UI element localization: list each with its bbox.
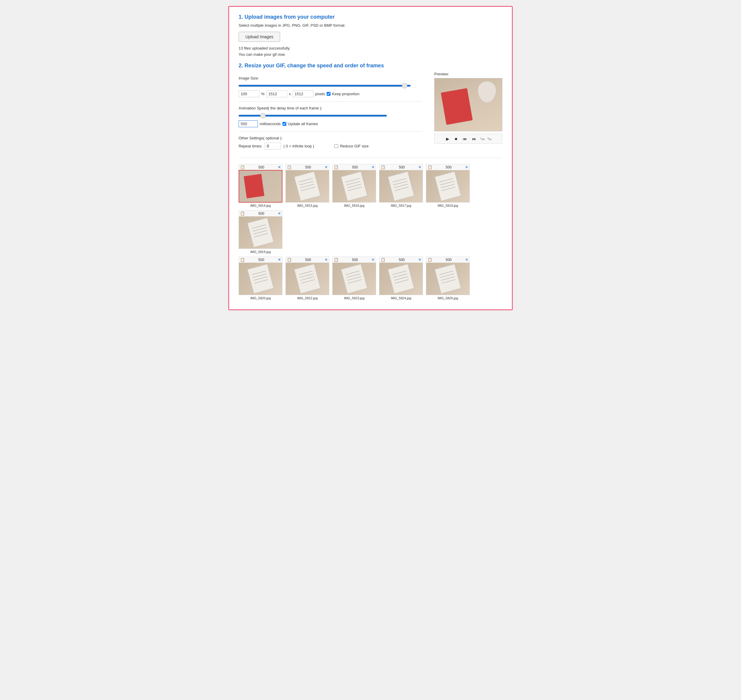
upload-status-line2: You can make your gif now.	[239, 52, 502, 57]
speed-ms-input[interactable]	[239, 121, 258, 127]
section1-subtitle: Select multiple images in JPG, PNG, GIF,…	[239, 23, 502, 28]
thumb-header-5: 📋 500 ✕	[239, 210, 282, 216]
thumb-delete-icon-10[interactable]: ✕	[465, 257, 468, 262]
percent-label: %	[261, 92, 265, 96]
thumb-img-sim-8	[333, 263, 376, 295]
thumb-delay-0: 500	[258, 165, 264, 169]
thumb-copy-icon-3[interactable]: 📋	[381, 165, 385, 169]
size-percent-input[interactable]	[239, 90, 259, 97]
thumb-delete-icon-5[interactable]: ✕	[278, 211, 281, 216]
upload-images-button[interactable]: Upload Images	[239, 32, 280, 42]
thumb-image-0[interactable]	[239, 170, 282, 203]
thumb-image-3[interactable]	[379, 170, 423, 203]
main-container: 1. Upload images from your computer Sele…	[228, 6, 513, 310]
thumb-item-6: 📋 500 ✕ IMG_5820.jpg	[239, 257, 282, 300]
animation-speed-label: Animation Speed( the delay time of each …	[239, 106, 423, 110]
thumb-item-3: 📋 500 ✕ IMG_5817.jpg	[379, 164, 423, 207]
reduce-gif-checkbox[interactable]	[335, 144, 338, 148]
upload-status-line1: 13 files uploaded successfully.	[239, 46, 502, 50]
speed-slider[interactable]	[239, 115, 387, 116]
thumb-delay-7: 500	[305, 258, 311, 262]
stop-button[interactable]: ■	[453, 136, 458, 142]
thumb-copy-icon-7[interactable]: 📋	[287, 257, 292, 262]
thumb-copy-icon-9[interactable]: 📋	[381, 257, 385, 262]
thumb-copy-icon-6[interactable]: 📋	[240, 257, 245, 262]
thumb-img-sim-7	[286, 263, 329, 295]
thumb-copy-icon-8[interactable]: 📋	[334, 257, 339, 262]
thumb-delay-9: 500	[399, 258, 405, 262]
thumb-image-6[interactable]	[239, 263, 282, 295]
preview-image-sim	[434, 78, 502, 131]
repeat-label-text: Repeat times:	[239, 144, 262, 148]
update-all-frames-text: Update all frames	[288, 122, 318, 126]
preview-image-box	[434, 78, 502, 131]
thumb-delete-icon-9[interactable]: ✕	[418, 257, 421, 262]
other-settings-label: Other Settings( optional ):	[239, 136, 423, 140]
thumb-image-10[interactable]	[426, 263, 470, 295]
thumb-image-5[interactable]	[239, 216, 282, 249]
thumb-image-1[interactable]	[285, 170, 329, 203]
thumb-copy-icon-2[interactable]: 📋	[334, 165, 339, 169]
thumb-img-sim-10	[426, 263, 470, 295]
thumb-img-sim-3	[379, 170, 423, 202]
thumbnails-grid-row1: 📋 500 ✕ IMG_5814.jpg 📋 500 ✕	[239, 164, 502, 254]
update-all-frames-checkbox[interactable]	[282, 122, 286, 126]
thumb-label-8: IMG_5823.jpg	[332, 296, 376, 300]
thumb-copy-icon-10[interactable]: 📋	[427, 257, 432, 262]
thumb-delete-icon-3[interactable]: ✕	[418, 165, 421, 169]
thumb-image-7[interactable]	[285, 263, 329, 295]
thumb-copy-icon-0[interactable]: 📋	[240, 165, 245, 169]
thumb-delay-3: 500	[399, 165, 405, 169]
thumb-image-2[interactable]	[332, 170, 376, 203]
thumb-delete-icon-1[interactable]: ✕	[324, 165, 328, 169]
size-height-input[interactable]	[292, 90, 313, 97]
thumb-copy-icon-4[interactable]: 📋	[427, 165, 432, 169]
x-label: x	[289, 92, 291, 96]
thumb-delete-icon-0[interactable]: ✕	[278, 165, 281, 169]
thumb-delete-icon-8[interactable]: ✕	[371, 257, 375, 262]
keep-proportion-label[interactable]: Keep proportion	[327, 92, 359, 96]
keep-proportion-checkbox[interactable]	[327, 92, 330, 96]
play-button[interactable]: ▶	[445, 136, 450, 142]
thumb-header-2: 📋 500 ✕	[332, 164, 376, 170]
thumb-label-10: IMG_5826.jpg	[426, 296, 470, 300]
forward-button[interactable]: ⏭	[471, 136, 477, 142]
thumb-label-0: IMG_5814.jpg	[239, 204, 282, 207]
thumb-label-7: IMG_5822.jpg	[285, 296, 329, 300]
thumb-item-5: 📋 500 ✕ IMG_5819.jpg	[239, 210, 282, 254]
section-resize: 2. Resize your GIF, change the speed and…	[239, 63, 502, 150]
order-forward-label: ¹₂₃	[480, 137, 484, 141]
thumb-copy-icon-5[interactable]: 📋	[240, 211, 245, 216]
thumb-delay-5: 500	[258, 212, 264, 216]
thumb-item-10: 📋 500 ✕ IMG_5826.jpg	[426, 257, 470, 300]
divider2	[239, 131, 423, 132]
thumb-delete-icon-7[interactable]: ✕	[324, 257, 328, 262]
thumb-label-3: IMG_5817.jpg	[379, 204, 423, 207]
thumb-item-7: 📋 500 ✕ IMG_5822.jpg	[285, 257, 329, 300]
thumb-img-sim-9	[379, 263, 423, 295]
rewind-button[interactable]: ⏮	[462, 136, 468, 142]
thumb-img-sim-1	[286, 170, 329, 202]
thumb-delete-icon-6[interactable]: ✕	[278, 257, 281, 262]
thumb-image-9[interactable]	[379, 263, 423, 295]
thumb-delete-icon-2[interactable]: ✕	[371, 165, 375, 169]
thumb-img-sim-2	[333, 170, 376, 202]
thumb-item-2: 📋 500 ✕ IMG_5816.jpg	[332, 164, 376, 207]
milliseconds-label: milliseconds	[260, 122, 281, 126]
speed-slider-wrapper	[239, 113, 387, 118]
repeat-input[interactable]	[265, 143, 281, 150]
size-slider[interactable]	[239, 85, 411, 87]
animation-speed-group: Animation Speed( the delay time of each …	[239, 106, 423, 127]
reduce-gif-label[interactable]: Reduce GIF size	[335, 144, 369, 148]
thumb-img-sim-5	[239, 216, 282, 249]
thumb-image-4[interactable]	[426, 170, 470, 203]
thumb-item-9: 📋 500 ✕ IMG_5824.jpg	[379, 257, 423, 300]
thumb-image-8[interactable]	[332, 263, 376, 295]
resize-controls-layout: Image Size: % x pixels Keep proportio	[239, 72, 502, 150]
thumb-copy-icon-1[interactable]: 📋	[287, 165, 292, 169]
size-width-input[interactable]	[267, 90, 287, 97]
section-upload: 1. Upload images from your computer Sele…	[239, 14, 502, 57]
update-all-frames-label[interactable]: Update all frames	[282, 122, 318, 126]
thumb-delete-icon-4[interactable]: ✕	[465, 165, 468, 169]
keep-proportion-text: Keep proportion	[332, 92, 359, 96]
